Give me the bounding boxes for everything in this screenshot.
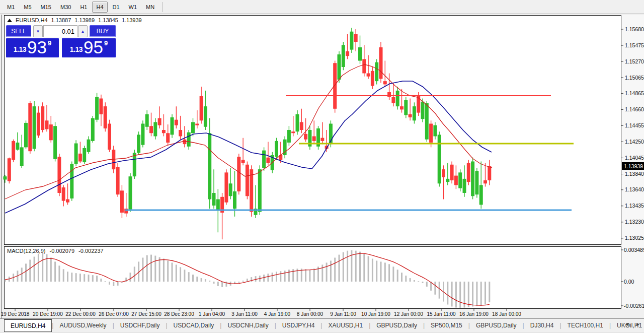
candle-body [471,162,474,196]
candle-body [20,147,24,166]
candle-body [91,118,95,141]
candle-body [333,63,337,109]
candle-body [354,34,358,42]
date-axis-label: 3 Jan 11:00 [231,311,258,317]
candle-body [187,132,191,147]
candle-body [362,59,366,73]
candle-body [212,193,216,206]
candle-body [28,103,32,151]
candle-body [16,143,19,150]
candle-body [153,122,157,136]
chart-tab-gbpusd-daily[interactable]: GBPUSD,Daily [470,319,523,332]
candle-body [304,134,307,140]
macd-axis-label: 0.00 [624,279,634,285]
candle-body [463,179,466,193]
candle-body [45,120,49,129]
chart-canvas[interactable]: 1.156801.154751.152701.150651.148651.146… [0,0,644,333]
date-axis-label: 1 Jan 04:00 [199,311,225,317]
chart-tab-usdchf-daily[interactable]: USDCHF,Daily [114,319,166,332]
candle-body [49,124,53,140]
candle-body [246,165,249,196]
date-axis-label: 18 Jan 00:00 [492,311,521,317]
macd-axis-label: 0.003489 [624,247,644,253]
candle-body [216,199,220,211]
candle-body [429,124,433,143]
chart-tab-xauusd-h1[interactable]: XAUUSD,H1 [322,319,369,332]
candle-body [296,114,299,131]
chart-tab-eurusd-h4[interactable]: EURUSD,H4 [4,319,52,332]
candle-body [484,180,487,183]
tab-scroll-left-icon[interactable]: ◄ [623,319,631,329]
candle-body [175,120,178,125]
candle-body [137,135,140,153]
candle-body [57,157,61,193]
price-axis-label: 1.13025 [625,235,644,241]
candle-body [200,96,203,120]
price-axis-label: 1.14045 [625,155,644,161]
candle-body [458,172,462,188]
candle-body [53,126,57,159]
candle-body [24,123,28,147]
date-axis-label: 9 Jan 11:00 [330,311,356,317]
candle-body [413,106,416,120]
candle-body [467,163,470,182]
candle-body [409,114,412,117]
candle-body [442,169,445,177]
price-axis-label: 1.14865 [625,90,644,96]
candle-body [99,99,103,114]
candle-body [258,169,262,212]
candle-body [266,158,270,163]
candle-body [4,176,7,179]
candle-body [104,106,107,128]
date-axis-label: 19 Dec 2018 [1,311,30,317]
candle-body [149,126,153,133]
chart-tab-audusd-weekly[interactable]: AUDUSD,Weekly [53,319,112,332]
chart-tab-sp500-m15[interactable]: SP500,M15 [425,319,468,332]
candle-body [87,140,91,152]
price-axis-label: 1.14660 [625,106,644,112]
date-axis-label: 4 Jan 19:00 [264,311,291,317]
candle-body [450,165,454,180]
candle-body [291,131,295,133]
date-axis-label: 26 Dec 07:00 [99,311,129,317]
candle-body [358,47,362,61]
chart-tab-gbpusd-daily[interactable]: GBPUSD,Daily [370,319,423,332]
candle-body [33,106,36,149]
chart-tab-usdcnh-daily[interactable]: USDCNH,Daily [221,319,274,332]
candle-body [162,130,166,133]
candle-body [120,190,124,213]
candle-body [8,158,11,181]
candle-body [116,167,120,194]
price-axis-label: 1.13640 [625,186,644,192]
tab-scroll-right-icon[interactable]: ► [634,319,642,329]
chart-tab-dj30-h4[interactable]: DJ30,H4 [524,319,560,332]
date-axis-label: 22 Dec 00:00 [65,311,96,317]
chart-tab-tech100-h1[interactable]: TECH100,H1 [561,319,609,332]
date-axis-label: 28 Dec 23:00 [164,311,194,317]
price-axis-label: 1.14455 [625,122,644,128]
price-tag-value: 1.13939 [624,163,643,169]
candle-body [438,135,441,183]
candle-body [338,54,341,80]
candle-body [479,185,483,205]
candle-body [404,100,408,115]
candle-body [37,113,40,136]
chart-tab-usdjpy-h4[interactable]: USDJPY,H4 [276,319,320,332]
candle-body [375,62,378,82]
candle-body [179,130,182,137]
candle-body [391,97,395,103]
candle-body [446,179,449,182]
candle-body [195,124,199,125]
candle-body [400,106,404,109]
candle-body [229,183,232,196]
candle-body [379,47,383,79]
candle-body [350,32,353,50]
candle-body [204,106,207,127]
candle-body [287,130,291,143]
candle-body [312,137,316,141]
candle-body [320,138,324,141]
candle-body [133,153,136,176]
date-axis-label: 15 Jan 11:00 [427,311,456,317]
candle-body [171,117,174,135]
chart-tab-usdcad-daily[interactable]: USDCAD,Daily [168,319,220,332]
